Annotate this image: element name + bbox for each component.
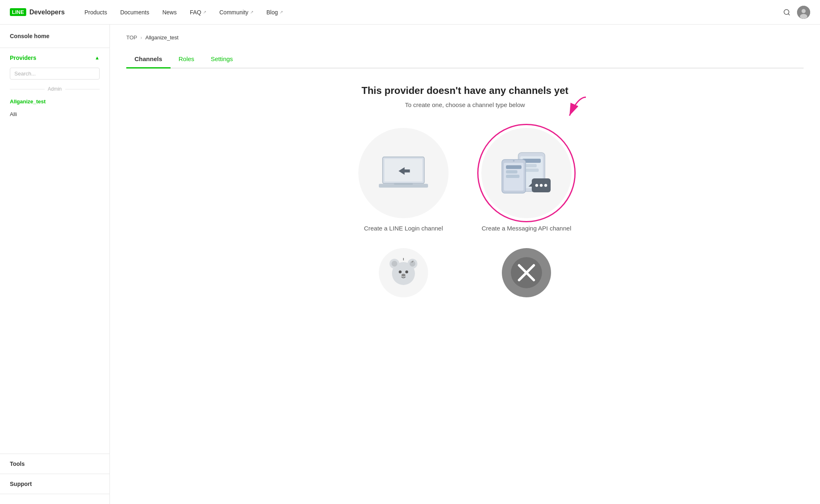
svg-rect-9	[394, 183, 413, 185]
svg-point-3	[802, 9, 806, 13]
svg-rect-18	[506, 165, 522, 169]
tab-channels[interactable]: Channels	[126, 50, 171, 68]
svg-point-23	[535, 184, 538, 187]
nav-news[interactable]: News	[156, 0, 183, 25]
messaging-card-circle	[481, 128, 572, 218]
main-content: TOP › Allganize_test Channels Roles Sett…	[110, 25, 820, 504]
clover-icon	[510, 256, 543, 289]
divider-left	[10, 89, 45, 89]
login-card-circle	[358, 128, 449, 218]
channel-cards: Create a LINE Login channel	[126, 128, 804, 232]
sidebar-item-allganize[interactable]: Allganize_test	[0, 95, 109, 108]
svg-point-33	[405, 271, 408, 274]
nav-documents[interactable]: Documents	[114, 0, 156, 25]
tab-settings[interactable]: Settings	[203, 50, 241, 68]
external-link-icon: ↗	[203, 10, 206, 14]
chevron-up-icon: ▲	[95, 55, 100, 61]
sidebar-search-input[interactable]	[10, 68, 100, 80]
main-nav: Products Documents News FAQ ↗ Community …	[78, 0, 783, 25]
logo-line: LINE	[10, 8, 26, 16]
external-link-icon: ↗	[280, 10, 283, 14]
sidebar-group-admin: Admin	[0, 83, 109, 95]
layout: Console home Providers ▲ Admin Allganize…	[0, 25, 820, 504]
header: LINE Developers Products Documents News …	[0, 0, 820, 25]
empty-title: This provider doesn't have any channels …	[126, 85, 804, 96]
svg-point-34	[401, 274, 405, 277]
tab-roles[interactable]: Roles	[171, 50, 203, 68]
breadcrumb-current: Allganize_test	[146, 34, 179, 41]
divider-right	[65, 89, 100, 89]
search-button[interactable]	[783, 9, 790, 16]
breadcrumb: TOP › Allganize_test	[126, 34, 804, 41]
bottom-card-2[interactable]	[477, 248, 576, 297]
svg-point-32	[399, 271, 402, 274]
svg-rect-20	[506, 175, 519, 178]
annotation-arrow	[553, 93, 594, 126]
svg-line-1	[788, 14, 789, 15]
bottom-card-1[interactable]	[354, 248, 453, 297]
empty-subtitle: To create one, choose a channel type bel…	[126, 101, 804, 108]
avatar[interactable]	[797, 6, 810, 19]
svg-point-25	[544, 184, 547, 187]
external-link-icon: ↗	[250, 10, 253, 14]
sidebar-console-home[interactable]: Console home	[0, 25, 109, 48]
svg-point-4	[800, 14, 807, 19]
svg-point-24	[540, 184, 543, 187]
nav-community[interactable]: Community ↗	[213, 0, 260, 25]
login-channel-card[interactable]: Create a LINE Login channel	[354, 128, 453, 232]
sidebar-providers-title: Providers	[10, 55, 36, 61]
bottom-card-2-circle	[502, 248, 551, 297]
messaging-channel-card[interactable]: Create a Messaging API channel	[477, 128, 576, 232]
svg-rect-19	[506, 170, 517, 173]
sidebar-bottom: Tools Support	[0, 454, 109, 494]
sidebar-providers-section: Providers ▲	[0, 48, 109, 64]
svg-point-26	[513, 160, 515, 162]
logo-developers: Developers	[30, 9, 65, 16]
logo[interactable]: LINE Developers	[10, 8, 65, 16]
messaging-icon	[500, 151, 553, 196]
sidebar: Console home Providers ▲ Admin Allganize…	[0, 25, 110, 504]
breadcrumb-top[interactable]: TOP	[126, 34, 137, 41]
nav-blog[interactable]: Blog ↗	[260, 0, 289, 25]
login-card-label: Create a LINE Login channel	[364, 225, 443, 232]
bear-icon	[387, 256, 420, 289]
laptop-icon	[379, 155, 428, 192]
messaging-card-label: Create a Messaging API channel	[482, 225, 571, 232]
sidebar-item-alli[interactable]: Alli	[0, 108, 109, 121]
header-actions	[783, 6, 810, 19]
nav-products[interactable]: Products	[78, 0, 114, 25]
nav-faq[interactable]: FAQ ↗	[183, 0, 213, 25]
sidebar-support[interactable]: Support	[0, 474, 109, 494]
sidebar-tools[interactable]: Tools	[0, 454, 109, 474]
sidebar-providers-header[interactable]: Providers ▲	[10, 55, 100, 61]
bottom-card-1-circle	[379, 248, 428, 297]
channel-cards-bottom	[126, 248, 804, 297]
breadcrumb-separator: ›	[141, 35, 142, 41]
tabs: Channels Roles Settings	[126, 50, 804, 68]
svg-point-30	[392, 261, 397, 267]
